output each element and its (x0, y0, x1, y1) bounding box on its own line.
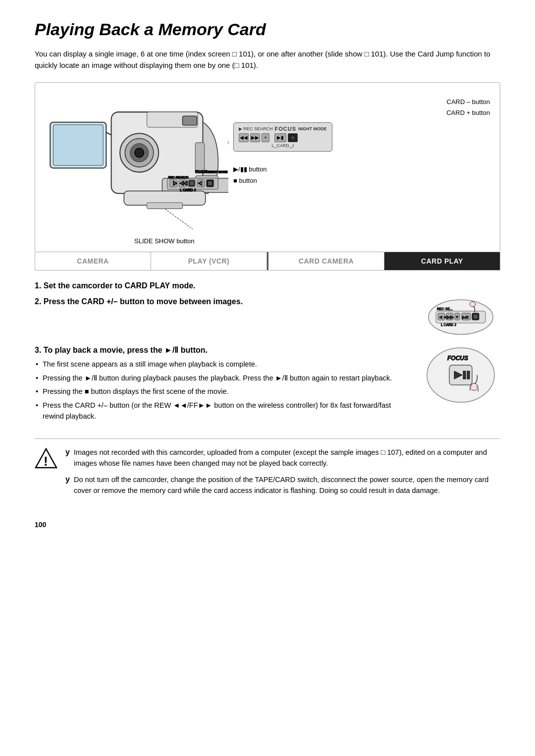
svg-rect-15 (147, 203, 183, 209)
camera-illustration: L CARD J REC SEARCH FOCUS NIGHT MODE (45, 92, 228, 236)
warning-icon: ! (35, 447, 57, 470)
warning-item-1: y Images not recorded with this camcorde… (65, 447, 500, 469)
tab-card-camera[interactable]: CARD CAMERA (268, 252, 384, 270)
intro-text: You can display a single image, 6 at one… (35, 48, 500, 71)
tab-camera[interactable]: CAMERA (35, 252, 151, 270)
tab-play-vcr[interactable]: PLAY (VCR) (151, 252, 267, 270)
page-title: Playing Back a Memory Card (35, 20, 500, 39)
page-number: 100 (35, 521, 500, 529)
svg-text:REC SE...: REC SE... (437, 307, 453, 311)
step-2-heading: 2. Press the CARD +/– button to move bet… (35, 297, 409, 306)
svg-text:NIGHT MODE: NIGHT MODE (208, 170, 227, 173)
svg-rect-46 (473, 314, 478, 319)
svg-rect-53 (463, 371, 466, 379)
svg-point-55 (470, 383, 478, 390)
bullet-2: Pressing the ►/Ⅱ button during playback … (35, 373, 409, 383)
svg-text:◄◄: ◄◄ (438, 315, 447, 320)
svg-point-48 (470, 302, 476, 307)
svg-text:FOCUS: FOCUS (195, 169, 208, 174)
step-3-heading: 3. To play back a movie, press the ►/Ⅱ b… (35, 345, 409, 355)
svg-rect-9 (182, 116, 197, 125)
step-1: 1. Set the camcorder to CARD PLAY mode. (35, 281, 500, 290)
warning-item-2: y Do not turn off the camcorder, change … (65, 474, 500, 496)
diagram-box: L CARD J REC SEARCH FOCUS NIGHT MODE CAR… (35, 82, 500, 253)
warning-box: ! y Images not recorded with this camcor… (35, 438, 500, 501)
warning-content: y Images not recorded with this camcorde… (65, 447, 500, 501)
button-labels: ▶/▮▮ button ■ button (233, 163, 490, 187)
tab-card-play[interactable]: CARD PLAY (384, 252, 500, 270)
svg-rect-54 (467, 371, 470, 379)
svg-text:▶/II: ▶/II (462, 315, 469, 320)
mode-tabs: CAMERA PLAY (VCR) CARD CAMERA CARD PLAY (35, 252, 500, 270)
svg-rect-10 (195, 142, 204, 173)
svg-line-16 (165, 209, 193, 229)
step-3: 3. To play back a movie, press the ►/Ⅱ b… (35, 345, 500, 424)
step-1-heading: 1. Set the camcorder to CARD PLAY mode. (35, 281, 500, 290)
svg-rect-29 (208, 180, 213, 185)
step-2-image: REC SE... ◄◄ ▶▶ + ▶/II L CARD J (421, 297, 500, 338)
svg-text:L  CARD  J: L CARD J (441, 323, 456, 326)
svg-rect-1 (53, 124, 103, 165)
svg-rect-24 (189, 180, 194, 185)
svg-point-7 (135, 148, 144, 157)
bullet-4: Press the CARD +/– button (or the REW ◄◄… (35, 400, 409, 422)
svg-text:▶▶: ▶▶ (447, 315, 454, 320)
svg-text:REC SEARCH: REC SEARCH (168, 175, 188, 178)
diagram-callouts: CARD – button CARD + button ▶ REC SEARCH… (228, 92, 490, 187)
svg-text:!: ! (44, 454, 48, 469)
bullet-3: Pressing the ■ button displays the first… (35, 386, 409, 397)
card-minus-label: CARD – button CARD + button (233, 97, 490, 118)
svg-text:L CARD J: L CARD J (180, 188, 196, 192)
step-3-image: FOCUS (421, 345, 500, 406)
svg-text:FOCUS: FOCUS (447, 355, 468, 362)
bullet-1: The first scene appears as a still image… (35, 359, 409, 370)
step-2: 2. Press the CARD +/– button to move bet… (35, 297, 500, 338)
step-3-bullets: The first scene appears as a still image… (35, 359, 409, 422)
svg-text:+: + (456, 315, 458, 320)
slide-show-label: SLIDE SHOW button (45, 237, 490, 245)
